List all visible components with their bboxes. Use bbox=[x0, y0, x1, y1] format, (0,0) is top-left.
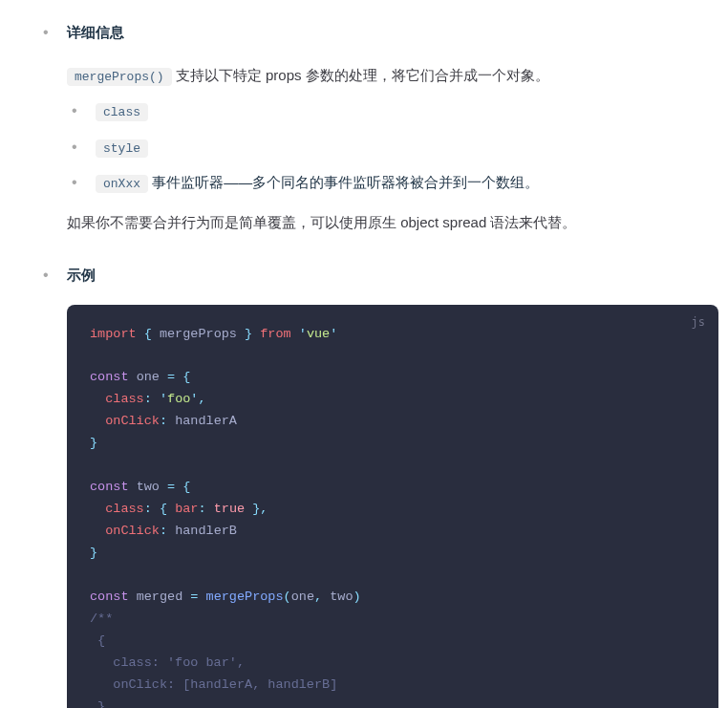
code-block: js import { mergeProps } from 'vue' cons… bbox=[67, 305, 718, 708]
details-note: 如果你不需要合并行为而是简单覆盖，可以使用原生 object spread 语法… bbox=[67, 209, 718, 235]
list-item: class bbox=[67, 97, 718, 123]
inline-code-class: class bbox=[96, 103, 148, 121]
list-item: style bbox=[67, 134, 718, 160]
details-section: 详细信息 mergeProps() 支持以下特定 props 参数的处理，将它们… bbox=[38, 19, 718, 235]
example-title: 示例 bbox=[67, 267, 96, 283]
details-title: 详细信息 bbox=[67, 24, 124, 40]
details-intro-text: 支持以下特定 props 参数的处理，将它们合并成一个对象。 bbox=[172, 67, 549, 83]
inline-code-onxxx: onXxx bbox=[96, 175, 148, 193]
code-lang-badge: js bbox=[692, 312, 705, 332]
inline-code-mergeprops: mergeProps() bbox=[67, 68, 172, 86]
example-section: 示例 js import { mergeProps } from 'vue' c… bbox=[38, 262, 718, 708]
props-list: class style onXxx 事件监听器——多个同名的事件监听器将被合并到… bbox=[67, 97, 718, 195]
inline-code-style: style bbox=[96, 139, 148, 158]
list-item: onXxx 事件监听器——多个同名的事件监听器将被合并到一个数组。 bbox=[67, 169, 718, 195]
details-intro: mergeProps() 支持以下特定 props 参数的处理，将它们合并成一个… bbox=[67, 62, 718, 88]
